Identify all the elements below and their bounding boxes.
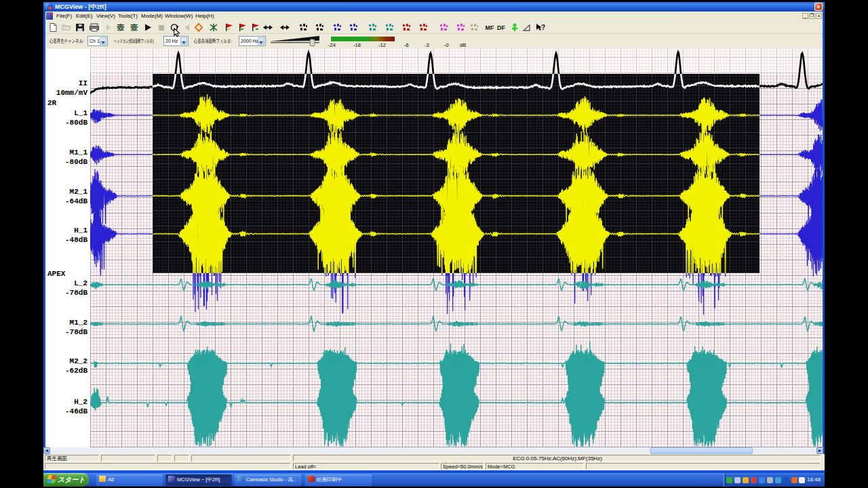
svg-text:?: ? bbox=[541, 24, 545, 31]
